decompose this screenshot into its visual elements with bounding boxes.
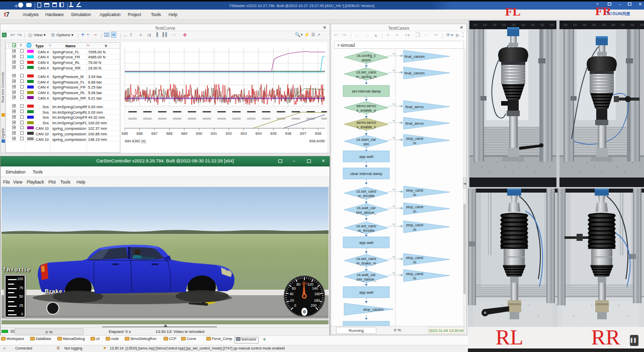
svg-text:m_throttle: m_throttle: [358, 194, 374, 198]
svg-text:60: 60: [292, 287, 296, 290]
svg-text:m_brake_m: m_brake_m: [356, 261, 376, 266]
svg-text:%: %: [392, 205, 395, 208]
svg-text:%: %: [392, 136, 395, 139]
svg-text:app.wait: app.wait: [359, 154, 374, 159]
svg-text:m: m: [413, 227, 416, 232]
svg-text:693: 693: [240, 131, 247, 136]
svg-text:140: 140: [312, 287, 318, 290]
svg-text:692: 692: [226, 131, 232, 136]
svg-text:698.6450: 698.6450: [309, 139, 325, 143]
svg-text:696: 696: [285, 131, 292, 136]
svg-text:120: 120: [307, 283, 313, 286]
svg-text:stop_carsim: stop_carsim: [363, 307, 383, 312]
svg-text:arsim: arsim: [362, 58, 371, 62]
svg-text:20: 20: [290, 299, 294, 302]
svg-text:sim_below_: sim_below_: [356, 277, 376, 282]
svg-text:app.wait: app.wait: [359, 290, 374, 295]
svg-text:688: 688: [166, 131, 173, 136]
svg-text:698: 698: [315, 131, 321, 136]
svg-text:690: 690: [196, 131, 202, 136]
svg-text:687: 687: [151, 131, 158, 136]
svg-text:clear internal damp: clear internal damp: [350, 171, 382, 176]
svg-text:%: %: [392, 103, 395, 106]
svg-text:m: m: [413, 193, 416, 197]
svg-text:685: 685: [122, 131, 128, 136]
svg-text:691: 691: [211, 131, 217, 136]
svg-text:%: %: [392, 188, 395, 191]
svg-text:m: m: [413, 276, 416, 281]
svg-text:694: 694: [256, 131, 262, 136]
svg-text:697: 697: [300, 131, 306, 136]
svg-text:m_throttle: m_throttle: [358, 228, 374, 233]
svg-text:final_carsim: final_carsim: [405, 54, 425, 59]
svg-text:80: 80: [296, 283, 300, 286]
svg-text:0: 0: [294, 304, 296, 307]
svg-text:%: %: [392, 69, 395, 72]
svg-text:40: 40: [289, 292, 293, 296]
svg-text:%: %: [392, 223, 395, 226]
svg-text:0: 0: [303, 309, 305, 314]
svg-text:m: m: [413, 260, 416, 265]
svg-text:%: %: [392, 52, 395, 55]
svg-text:final_servo: final_servo: [406, 105, 424, 109]
svg-text:100: 100: [301, 282, 307, 285]
svg-text:695: 695: [270, 131, 277, 136]
svg-text:686: 686: [136, 131, 143, 136]
svg-text:set internal damp: set internal damp: [352, 89, 381, 94]
svg-text:%: %: [392, 119, 395, 122]
svg-text:684.8362 [s]: 684.8362 [s]: [125, 139, 145, 143]
svg-text:160: 160: [314, 292, 320, 296]
svg-text:m: m: [413, 141, 416, 145]
svg-text:app.wait: app.wait: [359, 240, 374, 245]
svg-text:final_servo: final_servo: [406, 121, 424, 126]
svg-text:sim: sim: [363, 142, 369, 146]
svg-text:s_enable_p: s_enable_p: [357, 108, 376, 113]
svg-text:180: 180: [314, 299, 320, 302]
svg-text:s_enable_c: s_enable_c: [357, 125, 376, 129]
svg-text:200: 200: [311, 304, 317, 307]
svg-text:m_spring_in: m_spring_in: [356, 74, 377, 79]
svg-text:sim_above_: sim_above_: [356, 210, 377, 215]
svg-text:%: %: [392, 272, 395, 275]
svg-text:689: 689: [181, 131, 188, 136]
svg-text:%: %: [392, 255, 395, 258]
svg-text:final_carsim: final_carsim: [405, 71, 425, 75]
svg-text:m: m: [413, 209, 416, 214]
